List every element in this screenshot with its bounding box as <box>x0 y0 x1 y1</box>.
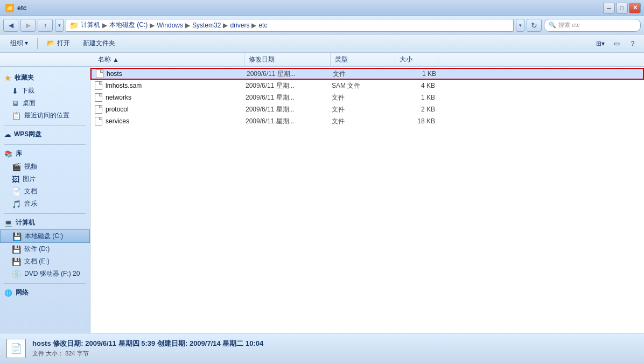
sidebar-video-label: 视频 <box>24 162 37 171</box>
breadcrumb-windows[interactable]: Windows <box>157 22 183 29</box>
col-type-header[interactable]: 类型 <box>331 53 395 66</box>
nav-dropdown-button[interactable]: ▾ <box>55 19 64 32</box>
sidebar-divider-3 <box>4 213 86 214</box>
sidebar-item-disk-d[interactable]: 💾 软件 (D:) <box>0 243 90 255</box>
sidebar-documents-label: 文档 <box>24 187 37 196</box>
breadcrumb-drivers[interactable]: drivers <box>230 22 249 29</box>
sidebar-item-documents[interactable]: 📄 文档 <box>0 185 90 198</box>
help-button[interactable]: ? <box>626 37 640 51</box>
music-icon: 🎵 <box>12 200 21 208</box>
file-icon-protocol <box>95 105 102 114</box>
sidebar-desktop-label: 桌面 <box>23 99 36 108</box>
file-size-hosts: 1 KB <box>397 70 440 78</box>
sidebar-library-label: 库 <box>16 149 22 158</box>
file-date-protocol: 2009/6/11 星期... <box>246 105 332 114</box>
breadcrumb-c[interactable]: 本地磁盘 (C:) <box>109 20 148 30</box>
dvd-icon: 💿 <box>12 270 21 278</box>
refresh-button[interactable]: ↻ <box>527 19 542 32</box>
status-created-label: 创建日期: <box>157 339 190 347</box>
open-button[interactable]: 📂 打开 <box>41 37 75 51</box>
file-icon-hosts <box>96 69 103 78</box>
sidebar-section-wps: ☁ WPS网盘 <box>0 128 90 141</box>
column-header: 名称 ▲ 修改日期 类型 大小 <box>0 53 644 67</box>
file-size-protocol: 2 KB <box>396 106 439 113</box>
file-type-hosts: 文件 <box>333 69 397 79</box>
maximize-button[interactable]: □ <box>616 3 628 13</box>
file-type-networks: 文件 <box>332 93 396 102</box>
view-toggle-button[interactable]: ⊞▾ <box>593 37 607 51</box>
address-path[interactable]: 📁 计算机 ▶ 本地磁盘 (C:) ▶ Windows ▶ System32 ▶… <box>66 19 514 32</box>
file-date-hosts: 2009/6/11 星期... <box>247 69 333 79</box>
new-folder-button[interactable]: 新建文件夹 <box>77 37 121 51</box>
sidebar-item-disk-e[interactable]: 💾 文档 (E:) <box>0 255 90 268</box>
sidebar-wps-header[interactable]: ☁ WPS网盘 <box>0 128 90 141</box>
breadcrumb-system32[interactable]: System32 <box>192 22 221 29</box>
title-bar: 📁 etc ─ □ ✕ <box>0 0 644 16</box>
file-name-networks: networks <box>95 93 246 102</box>
sidebar-music-label: 音乐 <box>24 199 37 208</box>
sidebar-item-music[interactable]: 🎵 音乐 <box>0 198 90 210</box>
sidebar-network-header[interactable]: 🌐 网络 <box>0 286 90 299</box>
sidebar-item-recent[interactable]: 📋 最近访问的位置 <box>0 109 90 122</box>
sort-arrow: ▲ <box>113 56 119 64</box>
computer-icon: 💻 <box>4 219 12 227</box>
back-button[interactable]: ◀ <box>3 19 18 32</box>
file-row-networks[interactable]: networks 2009/6/11 星期... 文件 1 KB <box>90 92 644 103</box>
col-size-header[interactable]: 大小 <box>395 53 438 66</box>
forward-button[interactable]: ▶ <box>20 19 36 32</box>
minimize-button[interactable]: ─ <box>603 3 615 13</box>
address-dropdown-button[interactable]: ▾ <box>516 19 524 32</box>
breadcrumb-etc[interactable]: etc <box>258 22 267 29</box>
search-placeholder: 搜索 etc <box>558 21 580 29</box>
sidebar-favorites-header[interactable]: ★ 收藏夹 <box>0 71 90 85</box>
breadcrumb-computer[interactable]: 计算机 <box>81 20 100 30</box>
sidebar-divider-1 <box>4 125 86 125</box>
file-name-lmhosts: lmhosts.sam <box>95 81 246 90</box>
status-size-value: 824 字节 <box>65 350 88 357</box>
sidebar-item-desktop[interactable]: 🖥 桌面 <box>0 97 90 109</box>
file-row-lmhosts[interactable]: lmhosts.sam 2009/6/11 星期... SAM 文件 4 KB <box>90 80 644 92</box>
wps-icon: ☁ <box>4 131 11 138</box>
sidebar-item-pictures[interactable]: 🖼 图片 <box>0 173 90 185</box>
sidebar-favorites-label: 收藏夹 <box>15 73 34 82</box>
sidebar-disk-c-label: 本地磁盘 (C:) <box>25 232 63 241</box>
status-file-icon: 📄 <box>6 339 26 358</box>
organize-button[interactable]: 组织 ▾ <box>4 37 34 51</box>
sidebar-item-dvd[interactable]: 💿 DVD 驱动器 (F:) 20 <box>0 268 90 280</box>
sidebar-library-header[interactable]: 📚 库 <box>0 147 90 160</box>
download-icon: ⬇ <box>12 87 18 95</box>
file-type-protocol: 文件 <box>332 105 396 114</box>
status-created-value: 2009/7/14 星期二 10:04 <box>190 339 263 347</box>
file-size-services: 18 KB <box>396 117 439 125</box>
file-row-hosts[interactable]: hosts 2009/6/11 星期... 文件 1 KB <box>90 68 644 80</box>
file-icon-lmhosts <box>95 81 102 90</box>
file-row-protocol[interactable]: protocol 2009/6/11 星期... 文件 2 KB <box>90 103 644 115</box>
file-size-lmhosts: 4 KB <box>396 82 439 89</box>
pictures-icon: 🖼 <box>12 175 19 184</box>
sidebar-section-computer: 💻 计算机 💾 本地磁盘 (C:) 💾 软件 (D:) 💾 文档 (E:) 💿 … <box>0 216 90 280</box>
file-name-networks-label: networks <box>106 94 131 101</box>
path-folder-icon: 📁 <box>69 21 79 30</box>
disk-d-icon: 💾 <box>12 245 21 254</box>
file-size-networks: 1 KB <box>396 94 439 101</box>
sidebar-item-downloads[interactable]: ⬇ 下载 <box>0 85 90 97</box>
search-box[interactable]: 🔍 搜索 etc <box>544 19 641 32</box>
file-row-services[interactable]: services 2009/6/11 星期... 文件 18 KB <box>90 115 644 127</box>
file-date-networks: 2009/6/11 星期... <box>246 93 332 102</box>
sidebar-item-local-disk-c[interactable]: 💾 本地磁盘 (C:) <box>0 229 90 243</box>
toolbar-divider-1 <box>37 38 38 49</box>
file-list: hosts 2009/6/11 星期... 文件 1 KB lmhosts.sa… <box>90 67 644 333</box>
close-button[interactable]: ✕ <box>629 3 641 13</box>
status-bar: 📄 hosts 修改日期: 2009/6/11 星期四 5:39 创建日期: 2… <box>0 333 644 363</box>
col-name-header[interactable]: 名称 ▲ <box>94 53 244 66</box>
sidebar-item-video[interactable]: 🎬 视频 <box>0 160 90 173</box>
file-name-protocol-label: protocol <box>106 106 129 113</box>
file-type-lmhosts: SAM 文件 <box>332 81 396 90</box>
title-bar-controls: ─ □ ✕ <box>603 3 641 13</box>
col-date-header[interactable]: 修改日期 <box>244 53 331 66</box>
up-button[interactable]: ↑ <box>38 19 53 32</box>
preview-button[interactable]: ▭ <box>610 37 624 51</box>
sidebar-section-network: 🌐 网络 <box>0 286 90 299</box>
sidebar-computer-header[interactable]: 💻 计算机 <box>0 216 90 229</box>
sidebar-divider-2 <box>4 144 86 145</box>
